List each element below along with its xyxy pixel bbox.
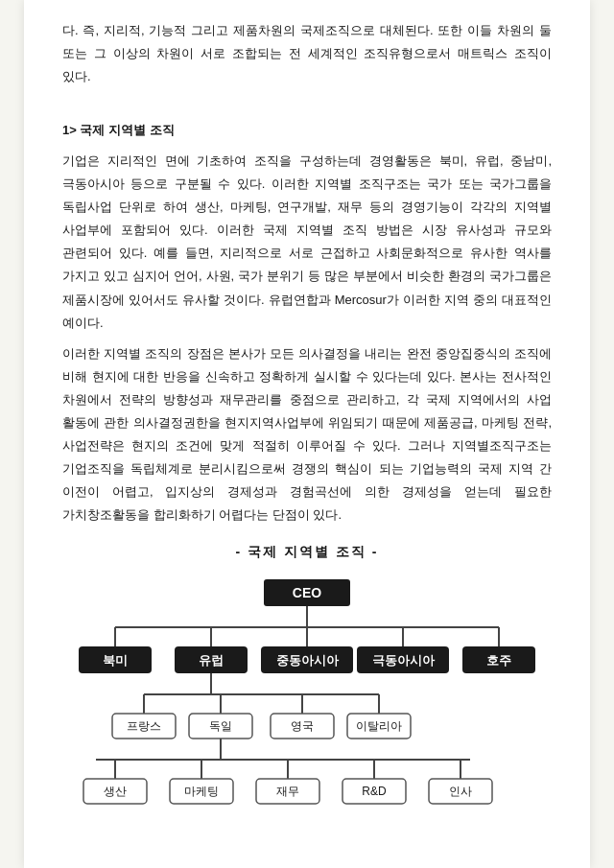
func-label-production: 생산 (104, 785, 127, 798)
country-label-uk: 영국 (291, 719, 314, 733)
page: 다. 즉, 지리적, 기능적 그리고 제품차원의 국제조직으로 대체된다. 또한… (24, 0, 590, 868)
paragraph3: 이러한 지역별 조직의 장점은 본사가 모든 의사결정을 내리는 완전 중앙집중… (62, 342, 552, 527)
func-label-rd: R&D (362, 785, 387, 798)
region-label-australia: 호주 (486, 653, 511, 668)
org-chart-container: CEO 북미 유럽 중동아시아 (62, 575, 552, 824)
diagram-title: - 국제 지역별 조직 - (62, 544, 552, 561)
country-label-germany: 독일 (209, 719, 232, 733)
text-content: 다. 즉, 지리적, 기능적 그리고 제품차원의 국제조직으로 대체된다. 또한… (62, 19, 552, 527)
country-label-france: 프랑스 (127, 719, 161, 733)
section1-title: 1> 국제 지역별 조직 (62, 119, 552, 142)
region-label-farest: 극동아시아 (372, 653, 436, 668)
org-chart-svg: CEO 북미 유럽 중동아시아 (62, 575, 552, 824)
region-label-mideast: 중동아시아 (276, 653, 340, 668)
region-label-bukmi: 북미 (103, 653, 128, 668)
region-label-europe: 유럽 (199, 653, 224, 668)
func-label-hr: 인사 (449, 785, 472, 798)
ceo-label: CEO (293, 585, 321, 600)
country-label-italy: 이탈리아 (356, 719, 402, 733)
func-label-finance: 재무 (276, 785, 299, 798)
func-label-marketing: 마케팅 (184, 785, 219, 798)
paragraph2: 기업은 지리적인 면에 기초하여 조직을 구성하는데 경영활동은 북미, 유럽,… (62, 150, 552, 334)
paragraph1: 다. 즉, 지리적, 기능적 그리고 제품차원의 국제조직으로 대체된다. 또한… (62, 19, 552, 88)
